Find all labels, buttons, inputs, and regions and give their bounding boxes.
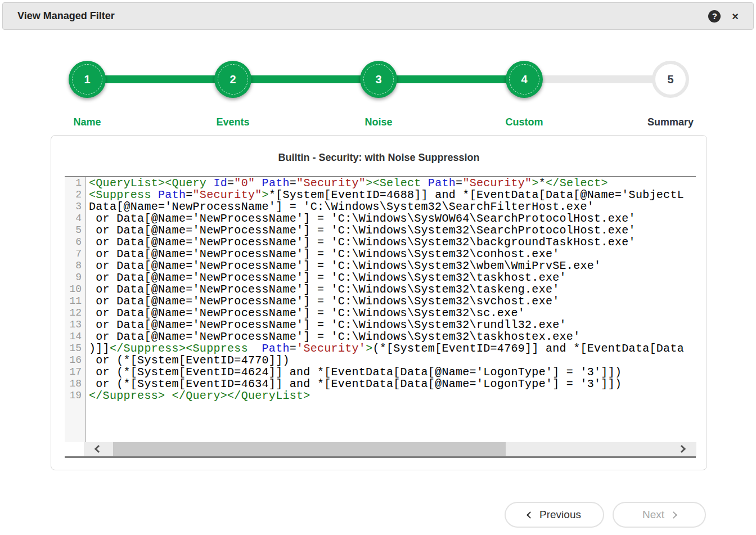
code-line: or (*[System[EventID=4634]] and *[EventD… (89, 378, 696, 390)
code-line: or Data[@Name='NewProcessName'] = 'C:\Wi… (89, 213, 696, 224)
step-custom: 4 Custom (485, 61, 564, 128)
chevron-right-icon (678, 445, 686, 453)
step-name: 1 Name (48, 61, 127, 128)
step-2-number: 2 (230, 73, 236, 86)
step-3-number: 3 (375, 73, 381, 86)
line-number: 3 (65, 201, 82, 213)
line-number: 5 (65, 224, 82, 236)
code-line: <QueryList><Query Id="0" Path="Security"… (89, 177, 696, 189)
step-2-circle[interactable]: 2 (214, 61, 251, 98)
code-line: or Data[@Name='NewProcessName'] = 'C:\Wi… (89, 307, 696, 319)
code-line: or Data[@Name='NewProcessName'] = 'C:\Wi… (89, 284, 696, 295)
step-4-number: 4 (521, 73, 527, 86)
line-number: 1 (65, 177, 82, 189)
step-summary: 5 Summary (631, 61, 710, 128)
next-button-label: Next (642, 509, 664, 521)
line-number: 10 (65, 284, 82, 295)
line-number: 14 (65, 331, 82, 343)
step-1-label: Name (48, 116, 127, 128)
line-number-gutter: 12345678910111213141516171819 (65, 177, 86, 442)
step-5-number: 5 (667, 73, 673, 86)
filter-panel: Builtin - Security: with Noise Suppressi… (51, 135, 707, 470)
code-line: <Suppress Path="Security">*[System[Event… (89, 189, 696, 201)
code-line: or Data[@Name='NewProcessName'] = 'C:\Wi… (89, 224, 696, 236)
step-noise: 3 Noise (339, 61, 418, 128)
filter-title: Builtin - Security: with Noise Suppressi… (51, 152, 706, 164)
code-viewer: 12345678910111213141516171819 <QueryList… (65, 177, 696, 442)
scroll-left-button[interactable] (84, 442, 113, 457)
scroll-right-button[interactable] (667, 442, 696, 457)
panel-bottom-divider (65, 456, 696, 458)
step-5-label: Summary (631, 116, 710, 128)
code-line: or Data[@Name='NewProcessName'] = 'C:\Wi… (89, 331, 696, 343)
step-2-label: Events (194, 116, 272, 128)
code-line: )]]</Suppress><Suppress Path='Security'>… (89, 343, 696, 354)
code-line: or Data[@Name='NewProcessName'] = 'C:\Wi… (89, 295, 696, 307)
line-number: 15 (65, 343, 82, 354)
previous-button[interactable]: Previous (505, 502, 604, 528)
step-4-circle[interactable]: 4 (506, 61, 543, 98)
previous-button-label: Previous (539, 509, 581, 521)
next-button[interactable]: Next (613, 502, 706, 528)
code-line: </Suppress> </Query></QueryList> (89, 390, 696, 402)
line-number: 17 (65, 366, 82, 378)
line-number: 6 (65, 236, 82, 248)
wizard-stepper: 1 Name 2 Events 3 Noise 4 Custom 5 Summa… (0, 0, 756, 135)
code-line: or (*[System[EventID=4624]] and *[EventD… (89, 366, 696, 378)
step-3-circle[interactable]: 3 (360, 61, 397, 98)
code-content: <QueryList><Query Id="0" Path="Security"… (86, 177, 696, 442)
code-line: or Data[@Name='NewProcessName'] = 'C:\Wi… (89, 319, 696, 331)
scrollbar-thumb[interactable] (113, 442, 506, 457)
horizontal-scrollbar[interactable] (84, 442, 696, 457)
step-events: 2 Events (194, 61, 272, 128)
code-line: or Data[@Name='NewProcessName'] = 'C:\Wi… (89, 272, 696, 284)
code-line: or (*[System[EventID=4770]]) (89, 354, 696, 366)
step-3-label: Noise (339, 116, 418, 128)
code-line: or Data[@Name='NewProcessName'] = 'C:\Wi… (89, 248, 696, 260)
line-number: 13 (65, 319, 82, 331)
line-number: 8 (65, 260, 82, 272)
step-1-circle[interactable]: 1 (69, 61, 106, 98)
chevron-left-icon (94, 445, 102, 453)
step-1-number: 1 (84, 73, 90, 86)
code-line: or Data[@Name='NewProcessName'] = 'C:\Wi… (89, 260, 696, 272)
line-number: 16 (65, 354, 82, 366)
line-number: 19 (65, 390, 82, 402)
line-number: 7 (65, 248, 82, 260)
line-number: 9 (65, 272, 82, 284)
line-number: 2 (65, 189, 82, 201)
code-line: or Data[@Name='NewProcessName'] = 'C:\Wi… (89, 236, 696, 248)
chevron-left-icon (526, 511, 534, 519)
step-5-circle[interactable]: 5 (652, 61, 689, 98)
line-number: 11 (65, 295, 82, 307)
line-number: 18 (65, 378, 82, 390)
line-number: 4 (65, 213, 82, 224)
chevron-right-icon (670, 511, 677, 519)
line-number: 12 (65, 307, 82, 319)
step-4-label: Custom (485, 116, 564, 128)
code-line: Data[@Name='NewProcessName'] = 'C:\Windo… (89, 201, 696, 213)
